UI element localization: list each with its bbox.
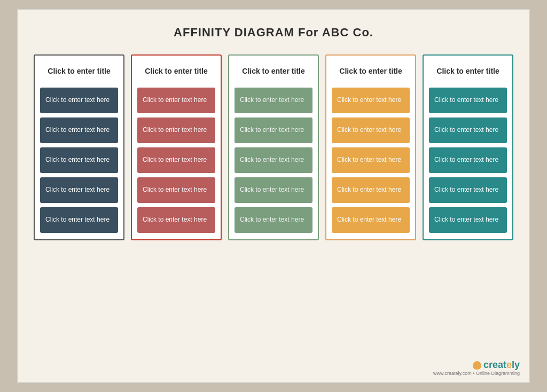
col-1-title[interactable]: Click to enter title <box>40 62 118 83</box>
col-5-title[interactable]: Click to enter title <box>429 62 507 83</box>
columns-container: Click to enter titleClick to enter text … <box>34 54 513 240</box>
col-1-card-3[interactable]: Click to enter text here <box>40 147 118 173</box>
canvas: AFFINITY DIAGRAM For ABC Co. Click to en… <box>17 9 530 383</box>
col-4-card-2[interactable]: Click to enter text here <box>332 117 410 143</box>
col-3-title[interactable]: Click to enter title <box>235 62 312 83</box>
bulb-icon <box>473 361 481 370</box>
col-5-card-4[interactable]: Click to enter text here <box>429 177 507 203</box>
col-2-card-3[interactable]: Click to enter text here <box>137 147 215 173</box>
col-2-card-4[interactable]: Click to enter text here <box>137 177 215 203</box>
col-2-card-5[interactable]: Click to enter text here <box>137 207 215 233</box>
brand-name: creately <box>483 359 520 371</box>
column-2: Click to enter titleClick to enter text … <box>131 54 222 240</box>
col-1-card-1[interactable]: Click to enter text here <box>40 88 118 113</box>
column-3: Click to enter titleClick to enter text … <box>228 54 319 240</box>
col-3-card-5[interactable]: Click to enter text here <box>235 207 312 233</box>
col-4-title[interactable]: Click to enter title <box>332 62 410 83</box>
col-3-card-2[interactable]: Click to enter text here <box>235 117 312 143</box>
col-5-card-5[interactable]: Click to enter text here <box>429 207 507 233</box>
column-5: Click to enter titleClick to enter text … <box>423 54 513 240</box>
column-1: Click to enter titleClick to enter text … <box>34 54 124 240</box>
col-2-card-2[interactable]: Click to enter text here <box>137 117 215 143</box>
col-5-card-1[interactable]: Click to enter text here <box>429 88 507 113</box>
col-2-card-1[interactable]: Click to enter text here <box>137 88 215 113</box>
column-4: Click to enter titleClick to enter text … <box>325 54 416 240</box>
page-title: AFFINITY DIAGRAM For ABC Co. <box>34 26 513 40</box>
col-1-card-2[interactable]: Click to enter text here <box>40 117 118 143</box>
col-4-card-4[interactable]: Click to enter text here <box>332 177 410 203</box>
col-2-title[interactable]: Click to enter title <box>137 62 215 83</box>
col-4-card-5[interactable]: Click to enter text here <box>332 207 410 233</box>
col-4-card-3[interactable]: Click to enter text here <box>332 147 410 173</box>
col-1-card-5[interactable]: Click to enter text here <box>40 207 118 233</box>
col-1-card-4[interactable]: Click to enter text here <box>40 177 118 203</box>
col-5-card-3[interactable]: Click to enter text here <box>429 147 507 173</box>
col-4-card-1[interactable]: Click to enter text here <box>332 88 410 113</box>
col-3-card-1[interactable]: Click to enter text here <box>235 88 312 113</box>
brand-url: www.creately.com • Online Diagramming <box>433 371 520 376</box>
col-5-card-2[interactable]: Click to enter text here <box>429 117 507 143</box>
branding: creately www.creately.com • Online Diagr… <box>433 359 520 376</box>
col-3-card-4[interactable]: Click to enter text here <box>235 177 312 203</box>
col-3-card-3[interactable]: Click to enter text here <box>235 147 312 173</box>
